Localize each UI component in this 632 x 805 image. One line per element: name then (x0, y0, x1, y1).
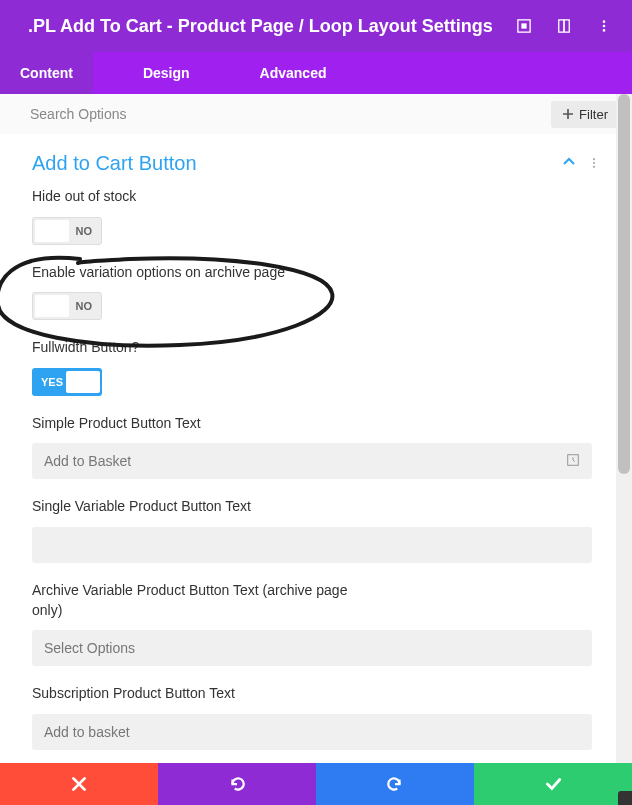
field-label: Hide out of stock (32, 187, 600, 207)
svg-point-7 (593, 158, 595, 160)
module-title: .PL Add To Cart - Product Page / Loop La… (28, 16, 516, 37)
kebab-menu-icon[interactable] (596, 18, 612, 34)
svg-rect-1 (521, 23, 526, 28)
expand-icon[interactable] (516, 18, 532, 34)
preview-icon[interactable] (556, 18, 572, 34)
svg-point-8 (593, 161, 595, 163)
field-label: Enable variation options on archive page (32, 263, 600, 283)
undo-button[interactable] (158, 763, 316, 805)
filter-label: Filter (579, 107, 608, 122)
tab-design[interactable]: Design (123, 52, 210, 94)
redo-button[interactable] (316, 763, 474, 805)
collapse-icon[interactable] (562, 155, 576, 173)
archive-var-btn-input[interactable] (32, 630, 592, 666)
field-label: Archive Variable Product Button Text (ar… (32, 581, 372, 620)
field-fullwidth: Fullwidth Button? YES (32, 338, 600, 396)
module-header: .PL Add To Cart - Product Page / Loop La… (0, 0, 632, 52)
scrollbar-thumb[interactable] (618, 94, 630, 474)
single-var-btn-input[interactable] (32, 527, 592, 563)
section-header: Add to Cart Button (32, 144, 600, 187)
toggle-hide-stock[interactable]: NO (32, 217, 102, 245)
field-label: Single Variable Product Button Text (32, 497, 600, 517)
toggle-knob (35, 220, 69, 242)
field-hide-out-of-stock: Hide out of stock NO (32, 187, 600, 245)
cancel-button[interactable] (0, 763, 158, 805)
filter-button[interactable]: Filter (551, 101, 620, 128)
toggle-state: YES (41, 376, 63, 388)
field-simple-btn-text: Simple Product Button Text (32, 414, 600, 480)
svg-rect-3 (563, 20, 565, 32)
tab-content[interactable]: Content (0, 52, 93, 94)
svg-point-9 (593, 165, 595, 167)
toggle-fullwidth[interactable]: YES (32, 368, 102, 396)
tab-bar: Content Design Advanced (0, 52, 632, 94)
toggle-state: NO (76, 225, 93, 237)
dynamic-content-icon[interactable] (566, 453, 582, 469)
field-archive-var-btn-text: Archive Variable Product Button Text (ar… (32, 581, 600, 666)
toggle-enable-variation[interactable]: NO (32, 292, 102, 320)
toggle-state: NO (76, 300, 93, 312)
plus-icon (563, 107, 573, 122)
field-label: Subscription Product Button Text (32, 684, 600, 704)
save-button[interactable] (474, 763, 632, 805)
field-single-var-btn-text: Single Variable Product Button Text (32, 497, 600, 563)
search-input[interactable] (0, 95, 551, 133)
field-subscription-btn-text: Subscription Product Button Text (32, 684, 600, 750)
subscription-btn-input[interactable] (32, 714, 592, 750)
svg-point-4 (603, 20, 606, 23)
settings-content: Add to Cart Button Hide out of stock NO … (0, 134, 632, 763)
search-bar: Filter (0, 94, 632, 134)
section-title: Add to Cart Button (32, 152, 562, 175)
field-label: Simple Product Button Text (32, 414, 600, 434)
section-kebab-icon[interactable] (588, 155, 600, 173)
bottom-action-bar (0, 763, 632, 805)
svg-point-5 (603, 25, 606, 28)
field-label: Fullwidth Button? (32, 338, 600, 358)
toggle-knob (35, 295, 69, 317)
toggle-knob (66, 371, 100, 393)
tab-advanced[interactable]: Advanced (240, 52, 347, 94)
resize-handle[interactable] (618, 791, 632, 805)
svg-point-6 (603, 29, 606, 32)
field-enable-variation: Enable variation options on archive page… (32, 263, 600, 321)
header-actions (516, 18, 612, 34)
simple-btn-input[interactable] (32, 443, 592, 479)
